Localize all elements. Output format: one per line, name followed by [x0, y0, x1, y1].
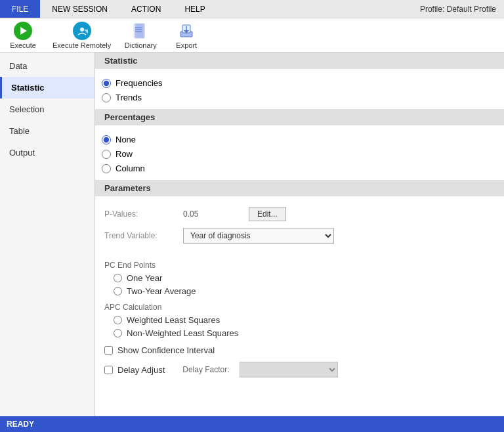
execute-remotely-label: Execute Remotely	[52, 41, 111, 49]
show-confidence-row: Show Confidence Interval	[95, 342, 504, 358]
percentages-header: Percentages	[95, 109, 504, 125]
sidebar-item-table[interactable]: Table	[0, 120, 94, 142]
execute-icon	[14, 22, 32, 40]
sidebar: Data Statistic Selection Table Output	[0, 53, 95, 416]
frequencies-option[interactable]: Frequencies	[102, 78, 504, 88]
none-option[interactable]: None	[102, 135, 504, 144]
weighted-label: Weighted Least Squares	[127, 315, 220, 325]
pc-end-points-label: PC End Points	[95, 258, 504, 271]
dictionary-icon	[131, 22, 150, 40]
frequencies-label: Frequencies	[116, 78, 163, 88]
pc-end-points-group: One Year Two-Year Average	[95, 271, 504, 300]
column-label: Column	[116, 163, 145, 173]
two-year-label: Two-Year Average	[127, 286, 196, 296]
trend-variable-label: Trend Variable:	[104, 231, 183, 240]
content-area: Statistic Frequencies Trends Percentages…	[95, 53, 504, 416]
profile-label: Profile: Default Profile	[412, 2, 504, 16]
sidebar-item-selection[interactable]: Selection	[0, 98, 94, 120]
one-year-option[interactable]: One Year	[114, 273, 495, 283]
menu-action[interactable]: ACTION	[119, 0, 173, 18]
two-year-radio[interactable]	[114, 287, 122, 295]
frequencies-radio[interactable]	[102, 79, 111, 88]
two-year-option[interactable]: Two-Year Average	[114, 286, 495, 296]
parameters-body: P-Values: 0.05 Edit... Trend Variable: Y…	[95, 202, 504, 258]
trend-variable-select[interactable]: Year of diagnosis	[183, 228, 334, 244]
show-confidence-label: Show Confidence Interval	[117, 345, 215, 355]
export-button[interactable]: Export	[170, 22, 203, 49]
svg-rect-5	[136, 24, 143, 37]
delay-factor-select[interactable]	[240, 362, 338, 378]
sidebar-item-statistic[interactable]: Statistic	[0, 77, 94, 98]
delay-factor-label: Delay Factor:	[182, 365, 229, 374]
menu-new-session[interactable]: NEW SESSION	[40, 0, 119, 18]
p-values-label: P-Values:	[104, 209, 183, 219]
trends-label: Trends	[116, 93, 142, 102]
dictionary-button[interactable]: Dictionary	[124, 22, 157, 49]
menu-bar: FILE NEW SESSION ACTION HELP Profile: De…	[0, 0, 504, 18]
sidebar-item-output[interactable]: Output	[0, 142, 94, 163]
main-layout: Data Statistic Selection Table Output St…	[0, 53, 504, 416]
statistic-header: Statistic	[95, 53, 504, 69]
trends-option[interactable]: Trends	[102, 93, 504, 102]
weighted-option[interactable]: Weighted Least Squares	[114, 315, 495, 325]
non-weighted-radio[interactable]	[114, 329, 122, 337]
statistic-radio-group: Frequencies Trends	[95, 74, 504, 109]
non-weighted-option[interactable]: Non-Weighted Least Squares	[114, 328, 495, 338]
one-year-radio[interactable]	[114, 274, 122, 282]
toolbar: Execute Execute Remotely Di	[0, 18, 504, 53]
p-values-row: P-Values: 0.05 Edit...	[104, 207, 495, 221]
none-radio[interactable]	[102, 135, 111, 144]
delay-adjust-row: Delay Adjust Delay Factor:	[95, 358, 504, 381]
menu-file[interactable]: FILE	[0, 0, 40, 18]
status-bar: READY	[0, 416, 504, 432]
parameters-header: Parameters	[95, 180, 504, 196]
sidebar-item-data[interactable]: Data	[0, 55, 94, 77]
weighted-radio[interactable]	[114, 316, 122, 324]
svg-point-1	[80, 28, 84, 32]
apc-calculation-label: APC Calculation	[95, 300, 504, 313]
execute-remotely-button[interactable]: Execute Remotely	[52, 22, 111, 49]
svg-marker-2	[84, 30, 88, 33]
row-label: Row	[116, 149, 133, 159]
execute-label: Execute	[10, 41, 36, 49]
svg-marker-0	[20, 27, 27, 35]
execute-remotely-icon	[73, 22, 91, 40]
edit-button[interactable]: Edit...	[249, 207, 286, 221]
non-weighted-label: Non-Weighted Least Squares	[127, 328, 238, 338]
execute-button[interactable]: Execute	[7, 22, 39, 49]
row-radio[interactable]	[102, 150, 111, 159]
export-icon	[177, 22, 196, 40]
trend-variable-row: Trend Variable: Year of diagnosis	[104, 228, 495, 244]
menu-help[interactable]: HELP	[173, 0, 217, 18]
none-label: None	[116, 135, 136, 144]
show-confidence-checkbox[interactable]	[104, 346, 113, 355]
percentages-radio-group: None Row Column	[95, 131, 504, 180]
dictionary-label: Dictionary	[125, 41, 157, 49]
row-option[interactable]: Row	[102, 149, 504, 159]
column-radio[interactable]	[102, 164, 111, 173]
column-option[interactable]: Column	[102, 163, 504, 173]
export-label: Export	[176, 41, 197, 49]
apc-group: Weighted Least Squares Non-Weighted Leas…	[95, 313, 504, 342]
trends-radio[interactable]	[102, 93, 111, 102]
delay-adjust-checkbox[interactable]	[104, 366, 113, 374]
one-year-label: One Year	[127, 273, 162, 283]
status-text: READY	[7, 420, 34, 429]
p-values-value: 0.05	[183, 209, 249, 219]
delay-adjust-label: Delay Adjust	[117, 365, 165, 375]
